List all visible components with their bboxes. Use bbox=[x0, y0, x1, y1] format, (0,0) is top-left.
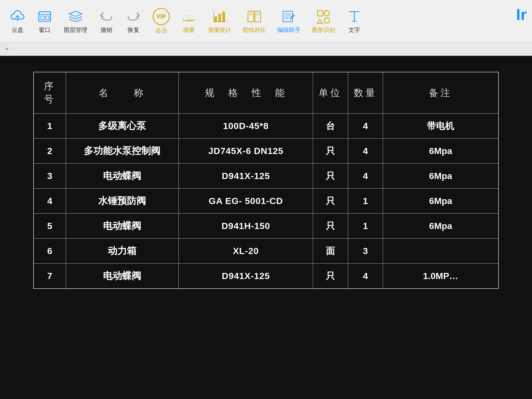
table-row: 3电动蝶阀D941X-125只46Mpa bbox=[34, 164, 498, 189]
table-header-row: 序号 名 称 规 格 性 能 单位 数量 备注 bbox=[34, 72, 498, 114]
cell-row4-col5: 6Mpa bbox=[383, 214, 498, 239]
toolbar-label-measure-stats: 测量统计 bbox=[208, 26, 231, 34]
close-button[interactable]: × bbox=[3, 45, 11, 53]
toolbar-item-measure-stats[interactable]: 测量统计 bbox=[204, 6, 236, 36]
toolbar-label-cloud: 云盘 bbox=[12, 26, 23, 34]
toolbar-item-text[interactable]: 文字 bbox=[342, 6, 367, 36]
svg-rect-3 bbox=[41, 16, 44, 19]
toolbar-item-redo[interactable]: 恢复 bbox=[121, 6, 146, 36]
cell-row4-col1: 电动蝶阀 bbox=[66, 214, 178, 239]
cell-row3-col5: 6Mpa bbox=[383, 189, 498, 214]
toolbar: 云盘 窗口 图层管理 bbox=[0, 0, 532, 43]
svg-point-29 bbox=[324, 11, 329, 16]
toolbar-item-window[interactable]: 窗口 bbox=[32, 6, 57, 36]
cell-row0-col5: 带电机 bbox=[383, 114, 498, 139]
window-icon bbox=[37, 9, 53, 24]
toolbar-item-undo[interactable]: 撤销 bbox=[94, 6, 119, 36]
table-row: 4水锤预防阀GA EG- 5001-CD只16Mpa bbox=[34, 189, 498, 214]
svg-rect-15 bbox=[222, 12, 225, 22]
cell-row2-col5: 6Mpa bbox=[383, 164, 498, 189]
header-unit: 单位 bbox=[313, 72, 348, 114]
header-name: 名 称 bbox=[66, 72, 178, 114]
cell-row0-col0: 1 bbox=[34, 114, 66, 139]
cell-row3-col1: 水锤预防阀 bbox=[66, 189, 178, 214]
table-row: 6动力箱XL-20面3 bbox=[34, 239, 498, 264]
close-bar: × bbox=[0, 43, 532, 56]
cell-row1-col4: 4 bbox=[348, 139, 383, 164]
cell-row5-col3: 面 bbox=[313, 239, 348, 264]
toolbar-label-shape-recognize: 图形识别 bbox=[312, 26, 335, 34]
cell-row0-col3: 台 bbox=[313, 114, 348, 139]
svg-rect-24 bbox=[283, 11, 293, 22]
toolbar-label-text: 文字 bbox=[348, 26, 360, 34]
cell-row6-col1: 电动蝶阀 bbox=[66, 264, 178, 289]
cell-row5-col0: 6 bbox=[34, 239, 66, 264]
svg-rect-14 bbox=[218, 14, 221, 22]
cell-row5-col4: 3 bbox=[348, 239, 383, 264]
cell-row6-col0: 7 bbox=[34, 264, 66, 289]
vip-icon: VIP bbox=[153, 8, 170, 25]
content-area: 序号 名 称 规 格 性 能 单位 数量 备注 1多级离心泵100D-45*8台… bbox=[0, 56, 532, 399]
cell-row2-col4: 4 bbox=[348, 164, 383, 189]
cell-row5-col2: XL-20 bbox=[179, 239, 313, 264]
compare-icon bbox=[246, 9, 262, 24]
measure-stats-icon bbox=[212, 9, 228, 24]
cell-row4-col0: 5 bbox=[34, 214, 66, 239]
toolbar-label-compare: 图纸对比 bbox=[243, 26, 266, 34]
cell-row3-col0: 4 bbox=[34, 189, 66, 214]
cell-row2-col3: 只 bbox=[313, 164, 348, 189]
table-row: 1多级离心泵100D-45*8台4带电机 bbox=[34, 114, 498, 139]
cell-row1-col1: 多功能水泵控制阀 bbox=[66, 139, 178, 164]
cell-row6-col2: D941X-125 bbox=[179, 264, 313, 289]
table-row: 2多功能水泵控制阀JD745X-6 DN125只46Mpa bbox=[34, 139, 498, 164]
toolbar-item-editor[interactable]: 编辑助手 bbox=[273, 6, 305, 36]
cell-row3-col3: 只 bbox=[313, 189, 348, 214]
svg-text:←→: ←→ bbox=[184, 13, 191, 17]
cell-row6-col4: 4 bbox=[348, 264, 383, 289]
toolbar-label-undo: 撤销 bbox=[101, 26, 112, 34]
toolbar-item-compare[interactable]: 图纸对比 bbox=[238, 6, 270, 36]
header-seq: 序号 bbox=[34, 72, 66, 114]
table-row: 7电动蝶阀D941X-125只41.0MP… bbox=[34, 264, 498, 289]
header-notes: 备注 bbox=[383, 72, 498, 114]
cell-row4-col2: D941H-150 bbox=[179, 214, 313, 239]
toolbar-item-cloud[interactable]: 云盘 bbox=[5, 6, 30, 36]
svg-marker-30 bbox=[317, 19, 322, 23]
cloud-icon bbox=[10, 9, 26, 24]
svg-rect-28 bbox=[318, 11, 323, 16]
cell-row0-col4: 4 bbox=[348, 114, 383, 139]
cell-row6-col3: 只 bbox=[313, 264, 348, 289]
cell-row1-col2: JD745X-6 DN125 bbox=[179, 139, 313, 164]
cell-row5-col5 bbox=[383, 239, 498, 264]
table-row: 5电动蝶阀D941H-150只16Mpa bbox=[34, 214, 498, 239]
toolbar-item-shape-recognize[interactable]: 图形识别 bbox=[307, 6, 339, 36]
layer-icon bbox=[68, 9, 84, 24]
partial-label-ir: Ir bbox=[516, 5, 527, 24]
cell-row6-col5: 1.0MP… bbox=[383, 264, 498, 289]
drawing-table: 序号 名 称 规 格 性 能 单位 数量 备注 1多级离心泵100D-45*8台… bbox=[33, 72, 499, 289]
cell-row3-col4: 1 bbox=[348, 189, 383, 214]
cell-row2-col2: D941X-125 bbox=[179, 164, 313, 189]
toolbar-label-editor: 编辑助手 bbox=[277, 26, 301, 34]
toolbar-label-measure: 测量 bbox=[183, 26, 195, 34]
toolbar-item-vip[interactable]: VIP 会员 bbox=[148, 6, 174, 37]
header-spec: 规 格 性 能 bbox=[179, 72, 313, 114]
editor-icon bbox=[281, 9, 297, 24]
svg-marker-5 bbox=[69, 11, 82, 16]
toolbar-item-layer[interactable]: 图层管理 bbox=[60, 6, 92, 36]
header-qty: 数量 bbox=[348, 72, 383, 114]
toolbar-label-window: 窗口 bbox=[39, 26, 51, 34]
shape-icon bbox=[315, 9, 331, 24]
redo-icon bbox=[126, 9, 142, 24]
measure-icon: ←→ bbox=[181, 9, 197, 24]
text-icon bbox=[346, 9, 362, 24]
svg-rect-4 bbox=[46, 16, 49, 19]
svg-rect-31 bbox=[325, 18, 329, 23]
toolbar-item-measure[interactable]: ←→ 测量 bbox=[177, 6, 201, 36]
cell-row1-col5: 6Mpa bbox=[383, 139, 498, 164]
cell-row4-col3: 只 bbox=[313, 214, 348, 239]
svg-rect-18 bbox=[248, 11, 254, 22]
cell-row5-col1: 动力箱 bbox=[66, 239, 178, 264]
toolbar-label-layer: 图层管理 bbox=[64, 26, 87, 34]
cell-row0-col1: 多级离心泵 bbox=[66, 114, 178, 139]
